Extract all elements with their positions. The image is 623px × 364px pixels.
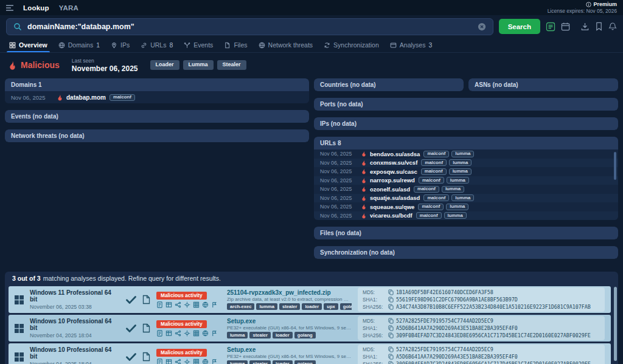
analysis-tag[interactable]: lumma	[227, 332, 248, 339]
analysis-tag[interactable]: arch-exec	[227, 303, 254, 311]
url-value[interactable]: narroxp.su/rewd	[370, 177, 415, 184]
row-badge[interactable]: malconf	[421, 159, 447, 166]
row-badge[interactable]: malconf	[110, 94, 135, 101]
nav-yara[interactable]: YARA	[59, 4, 78, 12]
url-value[interactable]: vicareu.su/bcdf	[370, 212, 412, 219]
url-row[interactable]: Nov 06, 2025 exposqw.su/casc malconflumm…	[314, 167, 618, 176]
copy-icon[interactable]	[388, 318, 394, 324]
row-badge[interactable]: malconf	[421, 168, 447, 175]
row-badge[interactable]: malconf	[416, 212, 442, 219]
row-badge[interactable]: lumma	[447, 177, 469, 184]
threat-tag[interactable]: Lumma	[183, 60, 214, 70]
search-button[interactable]: Search	[499, 19, 540, 34]
search-query-text[interactable]: domainName:"databap.mom"	[27, 22, 134, 31]
analysis-tag[interactable]: lumma	[256, 303, 277, 311]
row-badge[interactable]: malconf	[414, 186, 439, 193]
url-value[interactable]: ozonelf.su/asd	[370, 186, 410, 193]
url-row[interactable]: Nov 06, 2025 squatje.su/asdasd malconflu…	[314, 194, 618, 203]
url-row[interactable]: Nov 06, 2025 ozonelf.su/asd malconflumma	[314, 185, 618, 194]
url-value[interactable]: exposqw.su/casc	[370, 168, 417, 175]
threat-tag[interactable]: Stealer	[217, 60, 246, 70]
search-input[interactable]: domainName:"databap.mom"	[6, 18, 493, 35]
analysis-row[interactable]: Windows 11 Professional 64 bit November …	[9, 286, 611, 313]
tab-urls[interactable]: URLs8	[135, 38, 178, 52]
url-row[interactable]: Nov 06, 2025 narroxp.su/rewd malconflumm…	[314, 176, 618, 185]
network-traffic-icon[interactable]	[202, 330, 209, 337]
ioc-icon[interactable]	[184, 301, 190, 308]
process-table-icon[interactable]	[165, 359, 172, 364]
url-row[interactable]: Nov 06, 2025 conxmsw.su/vcsf malconflumm…	[314, 159, 618, 168]
row-badge[interactable]: lumma	[451, 151, 474, 157]
mitre-matrix-icon[interactable]	[193, 330, 200, 337]
row-badge[interactable]: lumma	[446, 204, 468, 210]
bell-icon[interactable]	[608, 22, 617, 31]
tab-files[interactable]: Files	[218, 38, 252, 52]
analysis-tag[interactable]: stealer	[279, 303, 301, 311]
process-graph-icon[interactable]	[175, 301, 181, 308]
domain-row[interactable]: Nov 06, 2025 databap.mom malconf	[5, 91, 309, 103]
process-graph-icon[interactable]	[175, 359, 181, 364]
analysis-tag[interactable]: golang	[294, 332, 316, 339]
process-table-icon[interactable]	[165, 301, 172, 308]
analysis-tag[interactable]: golang	[294, 360, 316, 364]
text-report-icon[interactable]	[156, 330, 163, 337]
flag-icon[interactable]	[211, 301, 218, 308]
url-row[interactable]: Nov 06, 2025 squeaue.su/qwe malconflumma	[314, 202, 618, 211]
clear-search-icon[interactable]	[478, 22, 486, 31]
ioc-icon[interactable]	[184, 359, 190, 364]
row-badge[interactable]: lumma	[451, 194, 474, 201]
network-traffic-icon[interactable]	[202, 301, 209, 308]
domain-value[interactable]: databap.mom	[66, 94, 106, 101]
process-graph-icon[interactable]	[175, 330, 181, 337]
sample-name[interactable]: Setup.exe	[227, 318, 352, 325]
query-list-icon[interactable]	[546, 22, 555, 32]
copy-icon[interactable]	[388, 346, 394, 352]
tab-overview[interactable]: Overview	[4, 38, 53, 52]
sample-name[interactable]: Setup.exe	[227, 346, 352, 353]
url-value[interactable]: bendavo.su/asdsa	[370, 151, 420, 157]
analysis-tag[interactable]: stealer	[249, 332, 271, 339]
ioc-icon[interactable]	[184, 330, 190, 337]
process-table-icon[interactable]	[165, 330, 172, 337]
url-value[interactable]: squatje.su/asdasd	[370, 194, 420, 201]
copy-icon[interactable]	[388, 304, 394, 310]
row-badge[interactable]: lumma	[444, 212, 467, 219]
copy-icon[interactable]	[388, 361, 394, 364]
copy-icon[interactable]	[388, 289, 394, 295]
copy-icon[interactable]	[388, 354, 394, 360]
bookmark-icon[interactable]	[595, 22, 603, 31]
flag-icon[interactable]	[211, 359, 218, 364]
mitre-matrix-icon[interactable]	[193, 301, 200, 308]
download-icon[interactable]	[580, 22, 590, 31]
flag-icon[interactable]	[211, 330, 218, 337]
row-badge[interactable]: lumma	[442, 186, 464, 193]
row-badge[interactable]: malconf	[418, 204, 444, 210]
calendar-icon[interactable]	[561, 22, 570, 31]
analysis-tag[interactable]: stealer	[249, 360, 271, 364]
row-badge[interactable]: lumma	[449, 168, 472, 175]
url-value[interactable]: conxmsw.su/vcsf	[370, 159, 417, 166]
text-report-icon[interactable]	[156, 359, 163, 364]
url-row[interactable]: Nov 06, 2025 bendavo.su/asdsa malconflum…	[314, 149, 618, 159]
analysis-tag[interactable]: loader	[273, 332, 293, 339]
threat-tag[interactable]: Loader	[150, 60, 179, 70]
tab-network-threats[interactable]: Network threats	[253, 38, 319, 52]
mitre-matrix-icon[interactable]	[193, 359, 200, 364]
copy-icon[interactable]	[388, 325, 394, 331]
copy-icon[interactable]	[388, 297, 394, 303]
tab-analyses[interactable]: Analyses3	[385, 38, 437, 52]
copy-icon[interactable]	[388, 332, 394, 338]
sample-name[interactable]: 251104-rvpzxadk3x_pw_infected.zip	[227, 289, 352, 296]
analysis-tag[interactable]: loader	[273, 360, 293, 364]
tab-events[interactable]: Events	[178, 38, 218, 52]
row-badge[interactable]: malconf	[419, 177, 444, 184]
network-traffic-icon[interactable]	[202, 359, 209, 364]
row-badge[interactable]: lumma	[449, 159, 472, 166]
tab-ips[interactable]: IPs	[105, 38, 135, 52]
analysis-tag[interactable]: upx	[324, 303, 338, 311]
analysis-tag[interactable]: loader	[302, 303, 322, 311]
analyses-scrollbar[interactable]	[614, 287, 617, 361]
analysis-tag[interactable]: lumma	[227, 360, 248, 364]
analysis-row[interactable]: Windows 10 Professional 64 bit November …	[9, 343, 611, 364]
text-report-icon[interactable]	[156, 301, 163, 308]
